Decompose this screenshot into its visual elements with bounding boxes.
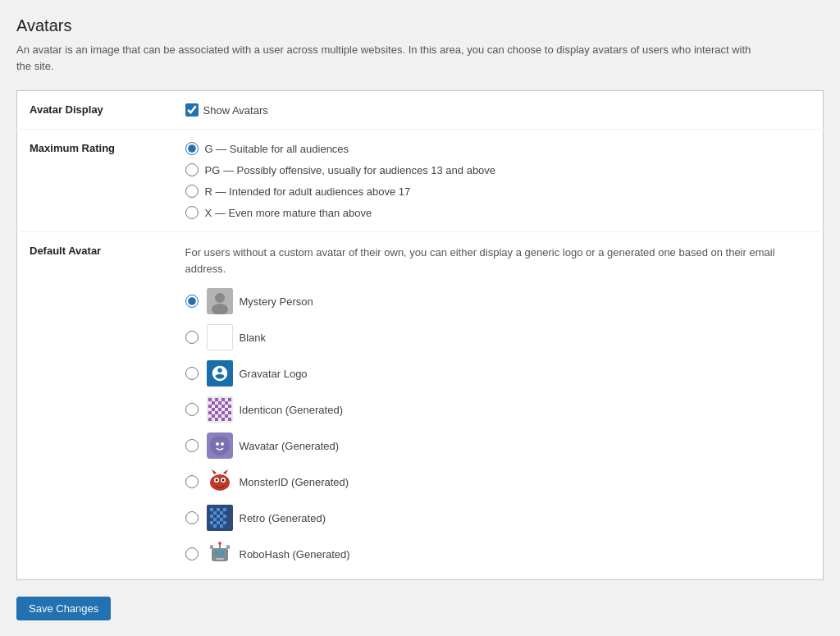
avatar-identicon-radio[interactable] [185,403,199,416]
svg-point-28 [210,436,230,455]
avatar-gravatar-label[interactable]: Gravatar Logo [207,360,308,387]
avatar-identicon-text: Identicon (Generated) [240,404,343,416]
rating-g-label[interactable]: G — Suitable for all audiences [205,143,349,155]
svg-rect-42 [220,511,223,515]
avatar-retro-text: Retro (Generated) [240,512,326,524]
wavatar-svg [209,435,231,456]
rating-x-radio[interactable] [185,206,199,219]
avatar-robohash-radio[interactable] [185,547,199,561]
svg-rect-5 [221,398,225,401]
svg-rect-50 [223,521,226,524]
show-avatars-checkbox[interactable] [185,103,199,117]
svg-rect-38 [210,508,213,511]
show-avatars-wrap: Show Avatars [185,103,811,117]
avatar-monsterid-radio[interactable] [185,475,199,488]
rating-pg-item: PG — Possibly offensive, usually for aud… [185,163,811,176]
avatar-blank-radio[interactable] [185,331,199,344]
avatar-gravatar-text: Gravatar Logo [240,368,308,380]
svg-point-35 [221,479,224,482]
svg-rect-8 [218,401,221,405]
gravatar-svg-icon [211,364,229,382]
rating-pg-label[interactable]: PG — Possibly offensive, usually for aud… [205,164,496,176]
svg-rect-4 [215,398,218,401]
default-avatar-desc: For users without a custom avatar of the… [185,245,809,277]
avatar-wavatar-label[interactable]: Wavatar (Generated) [207,432,340,459]
page-title: Avatars [16,16,824,35]
save-changes-button[interactable]: Save Changes [16,597,111,620]
page-wrap: Avatars An avatar is an image that can b… [0,0,840,636]
avatar-monsterid-text: MonsterID (Generated) [240,476,349,488]
svg-rect-22 [218,414,221,418]
avatar-mystery-radio[interactable] [185,295,199,308]
svg-rect-27 [228,418,231,421]
avatar-gravatar-radio[interactable] [185,367,199,380]
avatar-monsterid-label[interactable]: MonsterID (Generated) [207,469,349,495]
wavatar-icon [207,432,233,459]
avatar-display-label: Avatar Display [17,91,181,130]
avatar-retro-radio[interactable] [185,511,199,524]
svg-marker-37 [223,469,228,474]
avatar-robohash-text: RoboHash (Generated) [240,548,350,561]
svg-rect-49 [217,521,220,524]
svg-rect-56 [215,551,219,555]
svg-point-31 [210,474,230,491]
svg-rect-6 [228,398,231,401]
svg-rect-45 [223,515,226,518]
avatar-wavatar-text: Wavatar (Generated) [240,440,340,452]
rating-pg-radio[interactable] [185,163,199,176]
rating-g-item: G — Suitable for all audiences [185,142,811,155]
avatar-gravatar-item: Gravatar Logo [185,360,811,387]
rating-r-radio[interactable] [185,185,199,198]
rating-x-item: X — Even more mature than above [185,206,811,219]
avatar-identicon-label[interactable]: Identicon (Generated) [207,396,343,423]
identicon-icon [207,396,233,423]
svg-rect-21 [212,414,215,418]
monsterid-svg [208,469,232,494]
svg-rect-11 [215,405,218,408]
retro-icon [207,505,233,531]
avatar-wavatar-radio[interactable] [185,439,199,452]
svg-rect-44 [217,515,220,518]
robohash-icon [207,541,233,567]
svg-rect-16 [225,408,228,411]
page-description: An avatar is an image that can be associ… [16,42,755,74]
svg-rect-10 [208,405,212,408]
avatar-wavatar-item: Wavatar (Generated) [185,432,811,459]
default-avatar-control: For users without a custom avatar of the… [181,232,824,580]
default-avatar-row: Default Avatar For users without a custo… [17,232,824,580]
maximum-rating-row: Maximum Rating G — Suitable for all audi… [17,130,824,232]
blank-icon [207,324,233,350]
avatar-blank-text: Blank [240,332,267,344]
avatar-blank-label[interactable]: Blank [207,324,267,350]
avatar-mystery-label[interactable]: Mystery Person [207,288,313,314]
svg-rect-43 [210,515,213,518]
svg-rect-57 [221,551,225,555]
svg-rect-26 [221,418,225,421]
svg-point-29 [216,442,219,446]
retro-svg [208,506,231,529]
avatar-radio-group: Mystery Person Blank [185,288,811,567]
avatar-retro-item: Retro (Generated) [185,505,811,531]
rating-x-label[interactable]: X — Even more mature than above [205,207,372,219]
svg-rect-46 [213,518,217,521]
rating-r-label[interactable]: R — Intended for adult audiences above 1… [205,185,411,198]
mystery-person-icon [207,288,233,314]
avatar-robohash-label[interactable]: RoboHash (Generated) [207,541,350,567]
svg-marker-36 [212,469,217,474]
avatar-display-row: Avatar Display Show Avatars [17,91,824,130]
svg-rect-24 [208,418,212,421]
rating-g-radio[interactable] [185,142,199,155]
settings-wrap: Avatars An avatar is an image that can b… [16,16,824,620]
show-avatars-label[interactable]: Show Avatars [203,104,268,117]
avatar-identicon-item: Identicon (Generated) [185,396,811,423]
svg-rect-25 [215,418,218,421]
rating-radio-group: G — Suitable for all audiences PG — Poss… [185,142,811,219]
svg-rect-51 [213,524,217,528]
avatar-display-control: Show Avatars [181,91,824,130]
svg-point-30 [221,442,224,446]
avatar-mystery-text: Mystery Person [240,295,313,308]
svg-rect-23 [225,414,228,418]
svg-rect-3 [208,398,212,401]
svg-rect-48 [210,521,213,524]
avatar-retro-label[interactable]: Retro (Generated) [207,505,326,531]
